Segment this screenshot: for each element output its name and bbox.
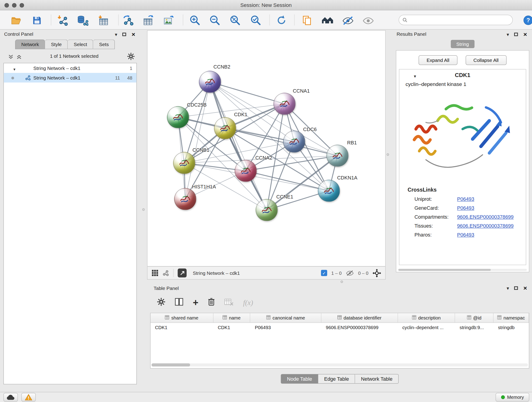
table-cell[interactable]: CDK1: [213, 323, 250, 332]
network-status-bar: String Network – cdk1 1 – 0 0 – 0: [147, 267, 386, 280]
tab-node-table[interactable]: Node Table: [281, 374, 318, 384]
crosslink-value[interactable]: P06493: [457, 196, 474, 202]
panel-menu-icon[interactable]: [507, 32, 509, 38]
table-cell[interactable]: stringdb: [494, 323, 529, 332]
disclosure-triangle-icon[interactable]: [13, 66, 16, 71]
create-column-icon[interactable]: +: [193, 299, 199, 306]
splitter-handle[interactable]: [341, 281, 343, 283]
clone-network-button[interactable]: [122, 14, 135, 27]
splitter-handle[interactable]: [142, 208, 145, 211]
zoom-selected-button[interactable]: [249, 14, 262, 27]
panel-close-icon[interactable]: [131, 32, 135, 38]
show-columns-icon[interactable]: [175, 298, 183, 307]
column-header-canonical-name[interactable]: canonical name: [250, 313, 322, 323]
crosslink-value[interactable]: 9606.ENSP00000378699: [457, 223, 514, 229]
show-graphics-details-button[interactable]: [361, 14, 375, 27]
network-node-ccnb2[interactable]: [199, 71, 221, 93]
panel-menu-icon[interactable]: [115, 32, 117, 38]
import-table-button[interactable]: [97, 14, 110, 27]
scrollbar-thumb[interactable]: [399, 269, 491, 271]
section-collapse-icon[interactable]: [413, 73, 417, 79]
network-node-cdkn1a[interactable]: [318, 180, 340, 202]
cloud-button[interactable]: [3, 393, 18, 402]
network-row-selected[interactable]: String Network – cdk1 11 48: [4, 73, 137, 83]
column-header-namespac[interactable]: namespac: [494, 313, 529, 323]
panel-float-icon[interactable]: [514, 33, 518, 36]
network-canvas[interactable]: CCNB2CCNA1CDC25BCDK1CDC6RB1CCNB1CCNA2CDK…: [147, 30, 386, 267]
help-button[interactable]: ?: [522, 14, 532, 27]
tab-edge-table[interactable]: Edge Table: [318, 374, 355, 384]
splitter-handle[interactable]: [387, 153, 389, 156]
network-node-cdc25b[interactable]: [167, 106, 189, 128]
save-session-button[interactable]: [30, 14, 43, 27]
panel-menu-icon[interactable]: [507, 285, 509, 291]
scrollbar-thumb[interactable]: [152, 364, 190, 367]
column-header-name[interactable]: name: [213, 313, 250, 323]
table-horizontal-scrollbar[interactable]: [152, 364, 528, 367]
panel-close-icon[interactable]: [523, 285, 527, 291]
crosslink-value[interactable]: P06493: [457, 232, 474, 238]
panel-close-icon[interactable]: [523, 32, 527, 38]
results-scrollbar[interactable]: [399, 269, 527, 271]
zoom-out-button[interactable]: [208, 14, 221, 27]
birds-eye-view-icon[interactable]: [152, 269, 158, 276]
network-node-hist1h1a[interactable]: [174, 188, 196, 210]
refresh-button[interactable]: [275, 14, 288, 27]
collapse-all-button[interactable]: Collapse All: [466, 56, 507, 65]
export-table-button[interactable]: [142, 14, 155, 27]
search-input[interactable]: [410, 17, 509, 23]
column-header-database-identifier[interactable]: database identifier: [322, 313, 398, 323]
table-cell[interactable]: CDK1: [151, 323, 213, 332]
network-node-cdk1[interactable]: [214, 117, 236, 139]
network-node-ccna1[interactable]: [273, 93, 296, 115]
panel-float-icon[interactable]: [514, 287, 518, 290]
expand-all-icon[interactable]: [17, 54, 22, 60]
network-node-rb1[interactable]: [326, 145, 348, 167]
network-node-ccne1[interactable]: [256, 199, 278, 221]
home-button[interactable]: [321, 14, 334, 27]
import-network-file-button[interactable]: [56, 14, 70, 27]
open-in-new-window-button[interactable]: [178, 269, 187, 278]
table-cell[interactable]: stringdb:9...: [455, 323, 494, 332]
tab-network-table[interactable]: Network Table: [355, 374, 399, 384]
network-node-ccnb1[interactable]: [173, 152, 195, 174]
network-overview-icon[interactable]: [163, 270, 169, 276]
selected-nodes-icon[interactable]: [321, 270, 327, 276]
pan-crosshair-icon[interactable]: [373, 269, 381, 277]
hidden-elements-icon[interactable]: [346, 269, 354, 276]
tab-sets[interactable]: Sets: [93, 40, 115, 49]
crosslink-value[interactable]: 9606.ENSP00000378699: [457, 214, 514, 220]
network-options-gear-icon[interactable]: [127, 53, 135, 62]
network-node-cdc6[interactable]: [283, 131, 305, 153]
delete-column-trash-icon[interactable]: [208, 298, 215, 307]
crosslink-value[interactable]: P06493: [457, 205, 474, 211]
tab-string[interactable]: String: [451, 40, 475, 48]
tab-style[interactable]: Style: [45, 40, 68, 49]
column-header-description[interactable]: description: [398, 313, 455, 323]
memory-button[interactable]: Memory: [496, 393, 529, 402]
table-cell[interactable]: P06493: [250, 323, 322, 332]
export-image-button[interactable]: [162, 14, 175, 27]
tab-network[interactable]: Network: [15, 40, 45, 49]
network-node-ccna2[interactable]: [235, 160, 257, 182]
tab-select[interactable]: Select: [68, 40, 93, 49]
panel-float-icon[interactable]: [122, 33, 126, 36]
table-options-gear-icon[interactable]: [157, 298, 165, 307]
table-row[interactable]: CDK1CDK1P064939606.ENSP00000378699cyclin…: [151, 323, 529, 332]
table-cell[interactable]: 9606.ENSP00000378699: [322, 323, 398, 332]
zoom-fit-button[interactable]: [229, 14, 242, 27]
column-header-shared-name[interactable]: shared name: [151, 313, 213, 323]
copy-annotation-button[interactable]: [300, 14, 313, 27]
network-collection-row[interactable]: String Network – cdk1 1: [4, 63, 137, 73]
search-box[interactable]: [399, 15, 513, 25]
hide-graphics-details-button[interactable]: [341, 14, 355, 27]
expand-all-button[interactable]: Expand All: [418, 56, 457, 65]
collapse-all-icon[interactable]: [8, 54, 13, 60]
warnings-button[interactable]: [21, 393, 36, 402]
zoom-in-button[interactable]: [188, 14, 201, 27]
column-header-id[interactable]: @id: [455, 313, 494, 323]
table-cell[interactable]: cyclin–dependent ...: [398, 323, 455, 332]
import-network-database-button[interactable]: [76, 14, 89, 27]
column-header-label: canonical name: [273, 315, 305, 321]
open-session-button[interactable]: [10, 14, 23, 27]
